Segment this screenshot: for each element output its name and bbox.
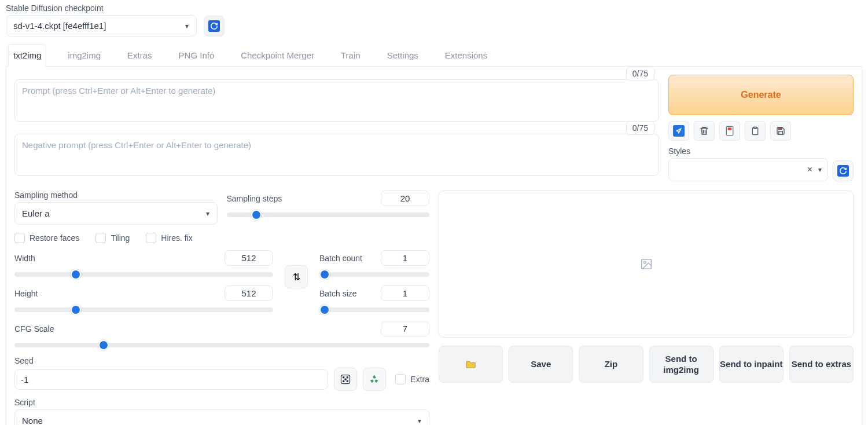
send-inpaint-button[interactable]: Send to inpaint (719, 346, 784, 383)
cfg-slider[interactable] (14, 343, 429, 347)
seed-input[interactable] (14, 369, 328, 390)
dice-icon (340, 373, 351, 385)
refresh-icon (208, 20, 220, 32)
clear-button[interactable] (694, 121, 715, 141)
extra-networks-button[interactable] (719, 121, 740, 141)
send-img2img-button[interactable]: Send to img2img (649, 346, 713, 383)
paste-button[interactable] (745, 121, 766, 141)
svg-point-10 (343, 380, 345, 382)
sampling-method-label: Sampling method (14, 190, 218, 200)
prompt-counter: 0/75 (626, 67, 654, 80)
svg-rect-1 (728, 127, 731, 130)
checkpoint-value: sd-v1-4.ckpt [fe4efff1e1] (13, 21, 106, 31)
generate-button[interactable]: Generate (668, 75, 854, 115)
svg-point-8 (347, 376, 348, 378)
refresh-checkpoints-button[interactable] (204, 16, 225, 36)
svg-point-7 (343, 376, 345, 378)
send-extras-button[interactable]: Send to extras (789, 346, 854, 383)
checkpoint-select[interactable]: sd-v1-4.ckpt [fe4efff1e1] (6, 15, 197, 36)
trash-icon (699, 126, 709, 136)
reuse-seed-button[interactable] (363, 368, 386, 391)
apply-style-button[interactable] (833, 160, 854, 181)
tab-txt2img[interactable]: txt2img (8, 44, 46, 67)
batch-size-value[interactable] (381, 285, 429, 301)
svg-point-11 (347, 380, 348, 382)
checkpoint-label: Stable Diffusion checkpoint (6, 3, 197, 13)
height-value[interactable] (225, 285, 273, 301)
arrow-icon (673, 125, 685, 137)
script-value: None (22, 416, 43, 425)
refresh-icon (837, 165, 849, 177)
open-folder-button[interactable] (439, 346, 503, 383)
height-slider[interactable] (14, 307, 273, 312)
sampling-method-value: Euler a (22, 208, 50, 218)
tab-pnginfo[interactable]: PNG Info (174, 44, 220, 67)
svg-rect-5 (779, 131, 783, 134)
tab-settings[interactable]: Settings (382, 44, 424, 67)
random-seed-button[interactable] (334, 368, 357, 391)
save-style-button[interactable] (770, 121, 791, 141)
tab-img2img[interactable]: img2img (62, 44, 106, 67)
arrow-button[interactable] (668, 121, 689, 141)
output-preview (439, 190, 854, 338)
width-value[interactable] (225, 250, 273, 266)
batch-size-slider[interactable] (319, 307, 429, 312)
tiling-checkbox[interactable]: Tiling (95, 233, 130, 243)
styles-label: Styles (668, 146, 854, 156)
restore-faces-checkbox[interactable]: Restore faces (14, 233, 79, 243)
cfg-value[interactable] (381, 321, 429, 336)
swap-dimensions-button[interactable]: ⇅ (285, 265, 308, 288)
sampling-steps-label: Sampling steps (227, 194, 282, 203)
seed-extra-checkbox[interactable]: Extra (395, 374, 429, 384)
tab-extras[interactable]: Extras (122, 44, 157, 67)
zip-button[interactable]: Zip (579, 346, 643, 383)
tab-train[interactable]: Train (336, 44, 366, 67)
close-icon[interactable]: × (807, 164, 812, 175)
batch-count-slider[interactable] (319, 272, 429, 277)
tab-extensions[interactable]: Extensions (440, 44, 492, 67)
batch-size-label: Batch size (319, 289, 357, 298)
batch-count-value[interactable] (381, 250, 429, 266)
sampling-steps-slider[interactable] (227, 212, 430, 217)
height-label: Height (14, 289, 38, 298)
swap-icon: ⇅ (293, 272, 300, 283)
batch-count-label: Batch count (319, 254, 362, 263)
recycle-icon (369, 373, 380, 385)
card-icon (725, 126, 734, 136)
sampling-method-select[interactable]: Euler a (14, 202, 218, 225)
svg-rect-4 (779, 127, 782, 129)
negative-prompt-input[interactable] (14, 134, 659, 176)
tab-checkpoint-merger[interactable]: Checkpoint Merger (236, 44, 319, 67)
svg-point-9 (345, 379, 347, 380)
width-label: Width (14, 254, 35, 263)
prompt-input[interactable] (14, 79, 659, 122)
sampling-steps-value[interactable] (381, 190, 429, 206)
styles-select[interactable]: × ▾ (668, 158, 828, 181)
chevron-down-icon: ▾ (818, 166, 822, 174)
cfg-label: CFG Scale (14, 324, 54, 334)
folder-icon (465, 360, 477, 369)
clipboard-icon (751, 126, 760, 136)
svg-point-13 (643, 261, 646, 263)
save-button[interactable]: Save (509, 346, 573, 383)
hires-fix-checkbox[interactable]: Hires. fix (146, 233, 192, 243)
seed-label: Seed (14, 356, 429, 365)
script-label: Script (14, 398, 429, 407)
neg-prompt-counter: 0/75 (626, 121, 654, 135)
main-tabs: txt2img img2img Extras PNG Info Checkpoi… (6, 43, 862, 67)
script-select[interactable]: None (14, 409, 429, 425)
image-placeholder-icon (640, 258, 653, 270)
width-slider[interactable] (14, 272, 273, 277)
svg-rect-3 (753, 127, 756, 129)
save-icon (776, 126, 785, 135)
